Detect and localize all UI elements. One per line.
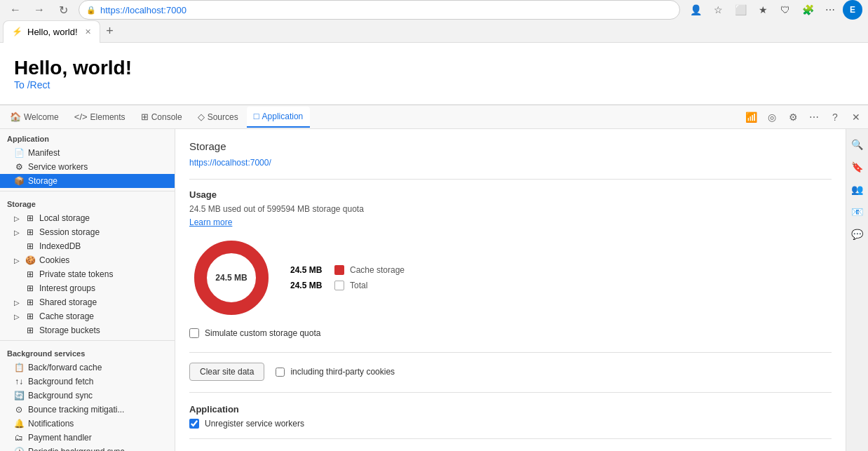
divider-top — [189, 179, 832, 180]
sidebar-item-bg-sync[interactable]: 🔄 Background sync — [0, 389, 175, 403]
dt-settings-icon[interactable]: ⚙ — [784, 108, 802, 126]
dt-tab-elements[interactable]: </> Elements — [67, 107, 133, 128]
payment-icon: 🗂 — [14, 433, 24, 443]
storage-title: Storage — [189, 140, 832, 152]
clear-site-data-button[interactable]: Clear site data — [189, 363, 264, 381]
webpage-area: Hello, world! To /Rect — [0, 43, 868, 105]
dt-tab-application-label: Application — [262, 112, 304, 121]
including-cookies-checkbox[interactable] — [276, 368, 285, 377]
sidebar-item-bg-fetch[interactable]: ↑↓ Background fetch — [0, 375, 175, 389]
back-forward-icon: 📋 — [14, 363, 24, 372]
dt-tab-application[interactable]: □ Application — [247, 107, 311, 128]
sidebar-item-cookies[interactable]: ▷ 🍪 Cookies — [0, 253, 175, 267]
sidebar-item-cookies-label: Cookies — [39, 255, 69, 265]
sidebar-item-local-storage[interactable]: ▷ ⊞ Local storage — [0, 211, 175, 225]
right-teams-icon[interactable]: 💬 — [848, 224, 867, 244]
dt-actions: 📶 ◎ ⚙ ⋯ ? ✕ — [742, 108, 865, 126]
more-tools-icon[interactable]: ⋯ — [820, 0, 840, 20]
pst-icon: ⊞ — [25, 269, 35, 279]
sidebar-item-cache-storage[interactable]: ▷ ⊞ Cache storage — [0, 309, 175, 323]
sidebar-item-notifications[interactable]: 🔔 Notifications — [0, 417, 175, 431]
sidebar-item-bg-fetch-label: Background fetch — [28, 377, 93, 386]
chart-legend: 24.5 MB Cache storage 24.5 MB Total — [290, 265, 405, 290]
webpage-link[interactable]: To /Rect — [14, 79, 50, 90]
usage-section: Usage 24.5 MB used out of 599594 MB stor… — [189, 189, 832, 338]
local-storage-icon: ⊞ — [25, 213, 35, 223]
edge-avatar[interactable]: E — [843, 0, 862, 20]
dt-tab-console[interactable]: ⊞ Console — [134, 107, 189, 128]
dt-more-icon[interactable]: ⋯ — [805, 108, 823, 126]
sidebar-item-indexed-db-label: IndexedDB — [39, 241, 81, 251]
sidebar-item-back-forward-label: Back/forward cache — [28, 363, 102, 372]
donut-chart: 24.5 MB — [189, 236, 273, 320]
right-search-icon[interactable]: 🔍 — [848, 135, 867, 154]
sidebar-item-manifest[interactable]: 📄 Manifest — [0, 146, 175, 160]
tab-favicon: ⚡ — [12, 27, 23, 38]
unregister-sw-label: Unregister service workers — [205, 419, 304, 429]
sidebar-application-header: Application — [0, 129, 175, 146]
welcome-icon: 🏠 — [10, 112, 21, 122]
right-bookmark-icon[interactable]: 🔖 — [848, 157, 867, 177]
sidebar-item-cs-label: Cache storage — [39, 311, 94, 321]
sidebar-item-storage-buckets[interactable]: ▷ ⊞ Storage buckets — [0, 323, 175, 337]
manifest-icon: 📄 — [14, 148, 24, 158]
sidebar-item-session-storage[interactable]: ▷ ⊞ Session storage — [0, 225, 175, 239]
sidebar-item-service-workers[interactable]: ⚙ Service workers — [0, 160, 175, 174]
sidebar-item-session-storage-label: Session storage — [39, 227, 100, 237]
reload-button[interactable]: ↻ — [53, 0, 73, 20]
forward-button[interactable]: → — [29, 0, 49, 20]
dt-tab-welcome[interactable]: 🏠 Welcome — [3, 107, 66, 128]
split-view-icon[interactable]: ⬜ — [731, 0, 750, 20]
sidebar-item-periodic-bg-sync[interactable]: 🕐 Periodic background sync — [0, 445, 175, 451]
dt-performance-icon[interactable]: ◎ — [763, 108, 781, 126]
dt-close-icon[interactable]: ✕ — [847, 108, 865, 126]
address-bar[interactable]: 🔒 https://localhost:7000 — [79, 0, 680, 20]
browser-tab-active[interactable]: ⚡ Hello, world! ✕ — [3, 20, 100, 43]
sidebar-item-bounce-tracking[interactable]: ⊙ Bounce tracking mitigati... — [0, 403, 175, 417]
sidebar-item-interest-groups[interactable]: ▷ ⊞ Interest groups — [0, 281, 175, 295]
back-button[interactable]: ← — [6, 0, 25, 20]
unregister-sw-checkbox[interactable] — [189, 419, 199, 429]
toolbar-icons: 👤 ☆ ⬜ ★ 🛡 🧩 ⋯ E — [686, 0, 862, 20]
ss-icon: ⊞ — [25, 297, 35, 307]
sidebar-item-back-forward[interactable]: 📋 Back/forward cache — [0, 361, 175, 375]
unregister-sw-row: Unregister service workers — [189, 419, 832, 429]
devtools-tabbar: 🏠 Welcome </> Elements ⊞ Console ◇ Sourc… — [0, 105, 868, 129]
sidebar-item-periodic-label: Periodic background sync — [28, 447, 124, 451]
dt-tab-sources[interactable]: ◇ Sources — [191, 107, 245, 128]
learn-more-link[interactable]: Learn more — [189, 217, 232, 227]
sidebar-item-private-state-tokens[interactable]: ▷ ⊞ Private state tokens — [0, 267, 175, 281]
console-icon: ⊞ — [141, 112, 149, 122]
sidebar-divider-1 — [0, 191, 175, 191]
divider-storage-section — [189, 438, 832, 439]
new-tab-button[interactable]: + — [100, 21, 120, 41]
simulate-quota-checkbox[interactable] — [189, 328, 199, 338]
devtools: 🏠 Welcome </> Elements ⊞ Console ◇ Sourc… — [0, 105, 868, 451]
dt-wifi-icon[interactable]: 📶 — [742, 108, 760, 126]
right-outlook-icon[interactable]: 📧 — [848, 202, 867, 222]
sidebar-divider-2 — [0, 340, 175, 341]
indexed-db-icon: ⊞ — [25, 241, 35, 251]
collections-icon[interactable]: ★ — [753, 0, 773, 20]
notifications-icon: 🔔 — [14, 419, 24, 429]
sidebar-item-payment-handler[interactable]: 🗂 Payment handler — [0, 431, 175, 445]
donut-center-label: 24.5 MB — [215, 273, 247, 283]
favorites-icon[interactable]: ☆ — [708, 0, 728, 20]
browser-essentials-icon[interactable]: 🛡 — [775, 0, 795, 20]
extensions-icon[interactable]: 🧩 — [798, 0, 818, 20]
clear-site-row: Clear site data including third-party co… — [189, 363, 832, 381]
sidebar-item-indexed-db[interactable]: ▷ ⊞ IndexedDB — [0, 239, 175, 253]
dt-help-icon[interactable]: ? — [826, 108, 844, 126]
right-users-icon[interactable]: 👥 — [848, 180, 867, 199]
sidebar-item-shared-storage[interactable]: ▷ ⊞ Shared storage — [0, 295, 175, 309]
ig-icon: ⊞ — [25, 283, 35, 293]
sidebar-item-sb-label: Storage buckets — [39, 325, 100, 335]
sidebar-item-bounce-label: Bounce tracking mitigati... — [28, 405, 124, 415]
profile-icon[interactable]: 👤 — [686, 0, 705, 20]
ss-arrow: ▷ — [14, 299, 21, 307]
simulate-quota-label: Simulate custom storage quota — [205, 328, 320, 338]
tab-close-icon[interactable]: ✕ — [85, 27, 91, 36]
browser-chrome: ← → ↻ 🔒 https://localhost:7000 👤 ☆ ⬜ ★ 🛡… — [0, 0, 868, 451]
legend-total-value: 24.5 MB — [290, 281, 329, 290]
sidebar-item-storage-selected[interactable]: 📦 Storage — [0, 174, 175, 188]
